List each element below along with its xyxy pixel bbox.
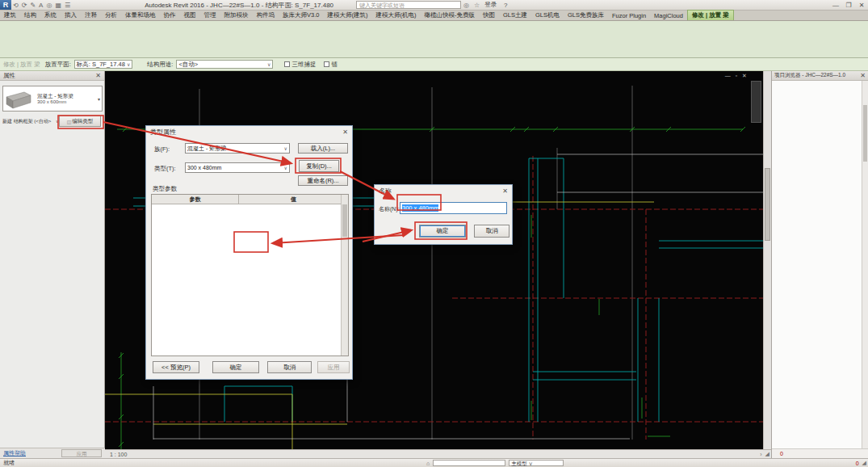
ribbon-tab[interactable]: GLS免费族库 [564, 11, 608, 20]
minimize-button[interactable]: — [829, 2, 842, 9]
help-icon[interactable]: ? [499, 2, 512, 9]
project-browser-title: 项目浏览器 - JHC—22#S—1.0 [774, 72, 845, 79]
account-icon[interactable]: ☆ [474, 2, 480, 9]
preview-button[interactable]: << 预览(P) [153, 361, 199, 373]
qat-icon[interactable]: ⟲ [13, 2, 19, 9]
type-ok-button[interactable]: 确定 [212, 361, 259, 373]
ribbon-tab[interactable]: 插入 [61, 11, 81, 20]
edit-type-button[interactable]: ◫ 编辑类型 [59, 116, 101, 127]
ribbon-tab[interactable]: 管理 [200, 11, 220, 20]
qat-icon[interactable]: ◎ [46, 2, 52, 9]
browser-filter-badge: 0 [780, 451, 783, 456]
ribbon-tab[interactable]: Fuzor Plugin [608, 11, 650, 20]
structural-usage-label: 结构用途: [147, 61, 173, 69]
3d-snap-label: 三维捕捉 [291, 61, 316, 69]
search-input[interactable]: 键入关键字或短语 [356, 1, 461, 9]
type-table-scrollbar[interactable] [341, 195, 348, 356]
status-resize-grip-icon: ◢ [862, 460, 866, 466]
name-label: 名称(N): [379, 205, 400, 213]
view-scale[interactable]: 1 : 100 [110, 452, 127, 457]
edit-type-icon: ◫ [67, 119, 72, 124]
type-dialog-titlebar[interactable]: 类型属性 ✕ [146, 126, 352, 137]
ribbon-tab[interactable]: GLS机电 [531, 11, 564, 20]
type-cancel-button[interactable]: 取消 [267, 361, 312, 373]
type-selector[interactable]: 混凝土 - 矩形梁 300 x 600mm ▾ [2, 86, 103, 111]
ribbon-tab[interactable]: 协作 [160, 11, 180, 20]
load-button[interactable]: 载入(L)... [298, 143, 348, 154]
home-icon[interactable]: ⌂ [426, 461, 430, 466]
drawing-scrollbar[interactable] [763, 71, 771, 449]
status-search-input[interactable] [433, 460, 505, 466]
ribbon-tab[interactable]: 族库大师V3.0 [279, 11, 323, 20]
ribbon-tab[interactable]: 附加模块 [220, 11, 253, 20]
project-browser: 项目浏览器 - JHC—22#S—1.0 ✕ 0 [771, 71, 868, 458]
value-column-header: 值 [239, 195, 348, 204]
type-selector-dropdown-icon[interactable]: ▾ [98, 96, 100, 102]
properties-apply-button[interactable]: 应用 [61, 449, 102, 457]
login-link[interactable]: 登录 [484, 1, 497, 9]
structural-usage-select[interactable]: <自动>∨ [176, 60, 273, 69]
properties-title: 属性 [3, 72, 15, 80]
view-window-controls[interactable]: — ▫ ✕ [725, 73, 748, 79]
name-dialog-titlebar[interactable]: 名称 ✕ [375, 185, 512, 196]
active-model-select[interactable]: 主模型 ∨ [509, 460, 564, 466]
maximize-button[interactable]: ❐ [842, 2, 855, 9]
ribbon-tab[interactable]: 系统 [40, 11, 61, 20]
name-cancel-button[interactable]: 取消 [474, 225, 509, 238]
title-bar: R ⟲⟳✎A◎▦☰ Autodesk Revit 2016 - JHC—22#S… [0, 0, 868, 11]
qat-icon[interactable]: ✎ [30, 2, 36, 9]
ribbon-tab[interactable]: MagiCloud [650, 11, 687, 20]
qat-icon[interactable]: ▦ [55, 2, 61, 9]
family-label: 族(F): [154, 145, 170, 154]
ribbon-tab[interactable]: 视图 [180, 11, 200, 20]
family-select[interactable]: 混凝土 - 矩形梁∨ [185, 143, 290, 154]
rename-button[interactable]: 重命名(R)... [298, 175, 348, 186]
ribbon-tab[interactable]: 体量和场地 [121, 11, 160, 20]
account-icon[interactable]: ◎ [463, 2, 469, 9]
qat-icon[interactable]: ☰ [65, 2, 70, 9]
properties-close-icon[interactable]: ✕ [95, 72, 101, 79]
name-input[interactable]: 300 x 480mm [400, 202, 507, 214]
ribbon-tab[interactable]: 建模大师(机电) [371, 11, 420, 20]
type-parameters-label: 类型参数 [153, 185, 177, 193]
contextual-tab-modify-place-beam[interactable]: 修改 | 放置 梁 [687, 10, 734, 20]
browser-scrollbar[interactable] [862, 81, 868, 448]
navigation-bar[interactable] [751, 81, 761, 123]
ribbon-tab[interactable]: GLS土建 [499, 11, 531, 20]
type-dialog-close-icon[interactable]: ✕ [342, 128, 348, 136]
name-ok-button[interactable]: 确定 [419, 225, 466, 238]
ribbon-tab[interactable]: 快图 [479, 11, 499, 20]
ribbon-tab[interactable]: 结构 [20, 11, 40, 20]
ribbon-tab[interactable]: 建模大师(建筑) [323, 11, 371, 20]
view-control-bar: 1 : 100 › ◢ [105, 449, 771, 458]
app-menu-icon[interactable]: R [0, 0, 11, 10]
duplicate-button[interactable]: 复制(D)... [299, 160, 339, 172]
quick-access-toolbar[interactable]: ⟲⟳✎A◎▦☰ [11, 2, 72, 9]
resize-grip-icon[interactable]: ◢ [765, 451, 769, 457]
type-apply-button[interactable]: 应用 [317, 361, 350, 373]
properties-help-link[interactable]: 属性帮助 [3, 449, 26, 457]
qat-icon[interactable]: ⟳ [22, 2, 27, 9]
account-icons[interactable]: ◎☆ [461, 2, 482, 9]
ribbon-tab[interactable]: 建筑 [0, 11, 20, 20]
chain-checkbox[interactable] [324, 61, 329, 67]
ribbon-tab[interactable]: 分析 [101, 11, 121, 20]
3d-snap-checkbox[interactable] [284, 61, 290, 67]
type-select[interactable]: 300 x 480mm∨ [185, 162, 290, 173]
ribbon-tab-bar: 建筑结构系统插入注释分析体量和场地协作视图管理附加模块构件坞族库大师V3.0建模… [0, 11, 868, 21]
ribbon [0, 21, 868, 58]
type-dialog-title: 类型属性 [150, 128, 176, 137]
pan-right-icon[interactable]: › [760, 452, 761, 457]
project-browser-header[interactable]: 项目浏览器 - JHC—22#S—1.0 ✕ [772, 71, 868, 81]
name-dialog-close-icon[interactable]: ✕ [502, 187, 508, 195]
project-browser-close-icon[interactable]: ✕ [860, 72, 866, 79]
instance-selector[interactable]: 新建 结构框架 (<自动> [2, 118, 56, 125]
close-button[interactable]: ✕ [855, 2, 868, 9]
type-properties-dialog: 类型属性 ✕ 族(F): 混凝土 - 矩形梁∨ 载入(L)... 类型(T): … [145, 125, 353, 380]
qat-icon[interactable]: A [39, 2, 43, 9]
ribbon-tab[interactable]: 注释 [81, 11, 101, 20]
ribbon-tab[interactable]: 橄榄山快模-免费版 [420, 11, 479, 20]
ribbon-tab[interactable]: 构件坞 [253, 11, 279, 20]
placement-plane-select[interactable]: 标高: S_7F_17.48 ∨ [74, 60, 133, 69]
properties-header[interactable]: 属性 ✕ [0, 71, 104, 81]
